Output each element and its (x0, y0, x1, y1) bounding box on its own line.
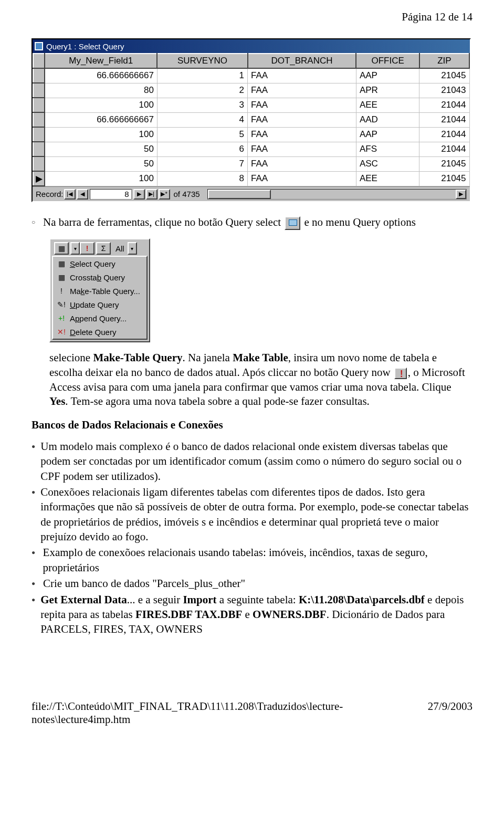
row-selector[interactable] (33, 112, 45, 127)
cell[interactable]: 21044 (419, 98, 469, 112)
col-header[interactable]: ZIP (419, 54, 469, 68)
menu-item-append-query[interactable]: +!Append Query... (53, 311, 146, 325)
cell[interactable]: 100 (45, 98, 157, 112)
cell[interactable]: 21044 (419, 127, 469, 142)
bullet-icon: ● (32, 488, 35, 496)
cell[interactable]: 4 (157, 112, 247, 127)
cell[interactable]: ASC (356, 156, 419, 171)
table-row[interactable]: ▶1008FAAAEE21045 (33, 171, 469, 186)
cell[interactable]: AAP (356, 68, 419, 83)
record-navigator: Record: |◀ ◀ 8 ▶ ▶| ▶* of 4735 ▶ (33, 186, 470, 201)
nav-prev-button[interactable]: ◀ (77, 189, 88, 200)
cell[interactable]: 100 (45, 127, 157, 142)
col-header[interactable]: OFFICE (356, 54, 419, 68)
cell[interactable]: 21045 (419, 68, 469, 83)
run-query-icon[interactable]: ! (80, 242, 94, 255)
table-row[interactable]: 66.6666666671FAAAAP21045 (33, 68, 469, 83)
cell[interactable]: FAA (248, 83, 356, 98)
row-selector[interactable]: ▶ (33, 171, 45, 186)
query-type-button-icon[interactable]: ▦ (54, 242, 69, 255)
cell[interactable]: FAA (248, 68, 356, 83)
table-row[interactable]: 1003FAAAEE21044 (33, 98, 469, 112)
query-options-toolbar: ▦ ▾ ! Σ All ▾ ▦Select Query ▦Crosstab Qu… (49, 238, 150, 342)
menu-item-select-query[interactable]: ▦Select Query (53, 257, 146, 270)
cell[interactable]: 3 (157, 98, 247, 112)
cell[interactable]: 5 (157, 127, 247, 142)
cell[interactable]: FAA (248, 98, 356, 112)
cell[interactable]: 8 (157, 171, 247, 186)
page-footer: file://T:\Conteúdo\MIT_FINAL_TRAD\11\11.… (32, 700, 472, 726)
cell[interactable]: 80 (45, 83, 157, 98)
menu-item-delete-query[interactable]: ✕!Delete Query (53, 325, 146, 339)
cell[interactable]: 66.666666667 (45, 68, 157, 83)
cell[interactable]: 50 (45, 142, 157, 156)
table-row[interactable]: 507FAAASC21045 (33, 156, 469, 171)
cell[interactable]: FAA (248, 112, 356, 127)
datasheet-icon (35, 42, 43, 50)
cell[interactable]: AFS (356, 142, 419, 156)
cell[interactable]: AEE (356, 171, 419, 186)
cell[interactable]: 66.666666667 (45, 112, 157, 127)
nav-next-button[interactable]: ▶ (133, 189, 145, 200)
cell[interactable]: 6 (157, 142, 247, 156)
cell[interactable]: APR (356, 83, 419, 98)
cell[interactable]: AEE (356, 98, 419, 112)
row-selector[interactable] (33, 83, 45, 98)
table-row[interactable]: 802FAAAPR21043 (33, 83, 469, 98)
delete-query-icon: ✕! (56, 327, 67, 337)
dropdown-arrow-icon[interactable]: ▾ (128, 242, 137, 255)
row-selector[interactable] (33, 156, 45, 171)
crosstab-query-icon: ▦ (56, 273, 67, 282)
window-title: Query1 : Select Query (46, 42, 124, 51)
cell[interactable]: 21044 (419, 142, 469, 156)
row-selector[interactable] (33, 98, 45, 112)
scrollbar-thumb[interactable] (208, 190, 271, 199)
cell[interactable]: FAA (248, 127, 356, 142)
table-row[interactable]: 66.6666666674FAAAAD21044 (33, 112, 469, 127)
record-number-input[interactable]: 8 (90, 189, 132, 200)
bullet-icon: ● (32, 595, 35, 604)
col-header[interactable]: DOT_BRANCH (248, 54, 356, 68)
cell[interactable]: FAA (248, 156, 356, 171)
cell[interactable]: 21045 (419, 156, 469, 171)
list-item: ● Crie um banco de dados "Parcels_plus_o… (32, 576, 472, 591)
row-selector[interactable] (33, 68, 45, 83)
cell[interactable]: AAP (356, 127, 419, 142)
nav-last-button[interactable]: ▶| (146, 189, 158, 200)
table-row[interactable]: 1005FAAAAP21044 (33, 127, 469, 142)
cell[interactable]: FAA (248, 171, 356, 186)
cell[interactable]: 2 (157, 83, 247, 98)
totals-sigma-icon[interactable]: Σ (96, 242, 111, 255)
menu-item-update-query[interactable]: ✎!Update Query (53, 298, 146, 311)
cell[interactable]: 100 (45, 171, 157, 186)
cell[interactable]: 21044 (419, 112, 469, 127)
nav-first-button[interactable]: |◀ (64, 189, 76, 200)
row-selector[interactable] (33, 127, 45, 142)
cell[interactable]: 50 (45, 156, 157, 171)
dropdown-arrow-icon[interactable]: ▾ (70, 242, 80, 255)
scroll-right-arrow[interactable]: ▶ (456, 190, 466, 199)
col-header[interactable]: SURVEYNO (157, 54, 247, 68)
cell[interactable]: 7 (157, 156, 247, 171)
section-heading: Bancos de Dados Relacionais e Conexões (32, 418, 472, 432)
menu-item-crosstab-query[interactable]: ▦Crosstab Query (53, 270, 146, 284)
cell[interactable]: 21043 (419, 83, 469, 98)
update-query-icon: ✎! (56, 300, 67, 309)
menu-item-make-table-query[interactable]: !Make-Table Query... (53, 284, 146, 298)
query-type-menu: ▦Select Query ▦Crosstab Query !Make-Tabl… (52, 256, 148, 340)
horizontal-scrollbar[interactable]: ▶ (207, 189, 467, 200)
row-selector-header (33, 54, 45, 68)
append-query-icon: +! (56, 313, 67, 323)
cell[interactable]: FAA (248, 142, 356, 156)
col-header[interactable]: My_New_Field1 (45, 54, 157, 68)
body-text: selecione Make-Table Query. Na janela Ma… (49, 351, 472, 409)
body-text: e no menu Query options (304, 216, 416, 228)
list-item: ○ Na barra de ferramentas, clique no bot… (32, 215, 472, 230)
cell[interactable]: 1 (157, 68, 247, 83)
table-row[interactable]: 506FAAAFS21044 (33, 142, 469, 156)
cell[interactable]: AAD (356, 112, 419, 127)
cell[interactable]: 21045 (419, 171, 469, 186)
row-selector[interactable] (33, 142, 45, 156)
nav-new-button[interactable]: ▶* (159, 189, 170, 200)
select-query-icon: ▦ (56, 259, 67, 268)
